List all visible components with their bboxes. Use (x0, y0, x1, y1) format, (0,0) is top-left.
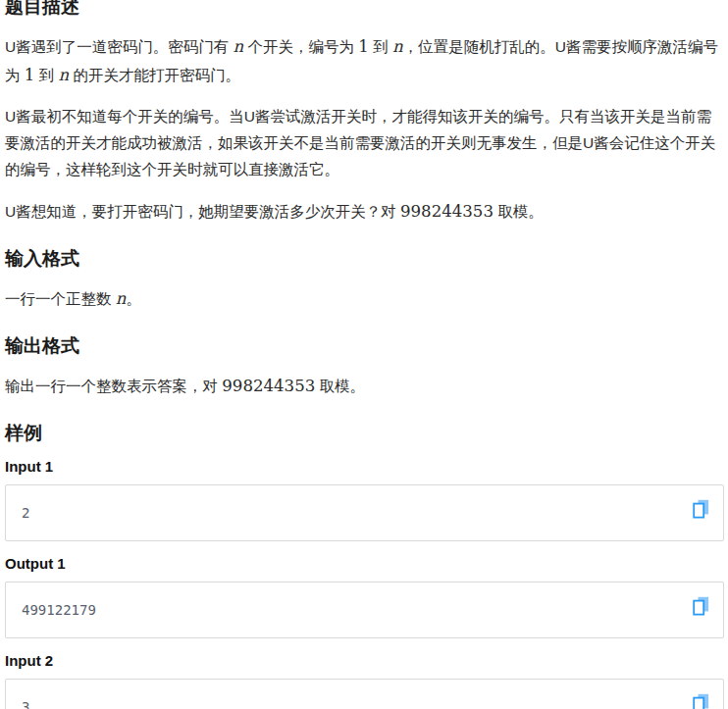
section-heading-problem-description: 题目描述 (5, 0, 724, 19)
inline-math: 1 (25, 66, 35, 84)
text-run: 输出一行一个整数表示答案，对 (5, 378, 222, 394)
section-heading-output-format: 输出格式 (5, 335, 724, 358)
inline-math: n (59, 66, 70, 84)
copy-button-output-1[interactable] (691, 594, 711, 618)
text-run: 。 (127, 290, 142, 307)
problem-statement: 题目描述U酱遇到了一道密码门。密码门有 n 个开关，编号为 1 到 n，位置是随… (0, 0, 728, 709)
text-run: 的开关才能打开密码门。 (69, 67, 240, 83)
sample-code: 3 (22, 696, 680, 709)
inline-math: 998244353 (400, 202, 494, 221)
copy-button-input-2[interactable] (691, 691, 711, 709)
text-run: 取模。 (494, 203, 544, 220)
text-run: U酱最初不知道每个开关的编号。当U酱尝试激活开关时，才能得知该开关的编号。只有当… (5, 108, 715, 177)
inline-math: n (234, 37, 244, 56)
paragraph: 一行一个正整数 n。 (5, 285, 724, 314)
inline-math: n (116, 289, 127, 308)
paragraph: 输出一行一个整数表示答案，对 998244353 取模。 (5, 373, 724, 401)
copy-icon (693, 693, 709, 709)
sample-code: 499122179 (22, 599, 680, 621)
sample-code-text: 499122179 (22, 602, 96, 618)
text-run: 一行一个正整数 (5, 290, 116, 307)
sample-code-text: 2 (22, 505, 29, 521)
copy-button-input-1[interactable] (691, 497, 711, 521)
sample-code: 2 (22, 502, 680, 524)
text-run: U酱遇到了一道密码门。密码门有 (5, 38, 234, 55)
sample-code-text: 3 (22, 699, 29, 709)
inline-math: n (392, 37, 403, 56)
text-run: 到 (369, 38, 392, 55)
text-run: 个开关，编号为 (243, 38, 358, 55)
copy-icon (693, 596, 709, 616)
sample-box-input-2: 3 (5, 679, 724, 709)
inline-math: 998244353 (222, 377, 315, 395)
text-run: 到 (34, 67, 58, 83)
text-run: U酱想知道，要打开密码门，她期望要激活多少次开关？对 (5, 203, 400, 220)
inline-math: 1 (358, 37, 369, 56)
section-heading-samples: 样例 (5, 423, 724, 445)
sample-label-output-1: Output 1 (5, 555, 724, 572)
paragraph: U酱想知道，要打开密码门，她期望要激活多少次开关？对 998244353 取模。 (5, 198, 724, 227)
section-heading-input-format: 输入格式 (5, 248, 724, 271)
text-run: 取模。 (315, 378, 365, 394)
copy-icon (693, 499, 709, 519)
sample-label-input-2: Input 2 (5, 652, 724, 669)
sample-box-input-1: 2 (5, 484, 724, 541)
paragraph: U酱遇到了一道密码门。密码门有 n 个开关，编号为 1 到 n，位置是随机打乱的… (5, 33, 724, 90)
paragraph: U酱最初不知道每个开关的编号。当U酱尝试激活开关时，才能得知该开关的编号。只有当… (5, 104, 724, 183)
sample-label-input-1: Input 1 (5, 458, 724, 475)
sample-box-output-1: 499122179 (5, 582, 724, 638)
